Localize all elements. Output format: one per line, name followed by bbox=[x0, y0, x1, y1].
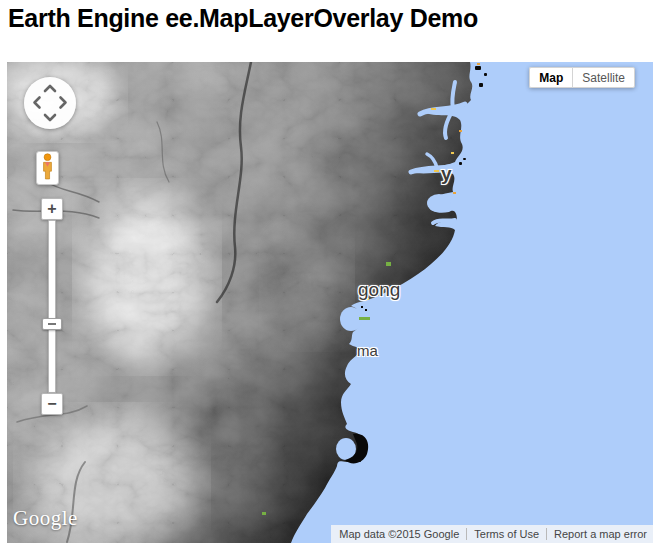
attribution-divider bbox=[466, 528, 467, 540]
attribution-divider bbox=[546, 528, 547, 540]
elevation-overlay-image bbox=[7, 62, 653, 543]
map-canvas[interactable]: y gong ma bbox=[7, 62, 653, 543]
chevron-down-icon[interactable] bbox=[43, 113, 57, 122]
google-logo[interactable]: Google bbox=[13, 506, 78, 531]
zoom-slider-handle[interactable] bbox=[42, 318, 62, 330]
chevron-right-icon[interactable] bbox=[59, 96, 68, 110]
chevron-left-icon[interactable] bbox=[33, 96, 42, 110]
zoom-slider-track[interactable] bbox=[48, 220, 56, 393]
zoom-out-button[interactable]: − bbox=[41, 393, 63, 415]
attribution-bar: Map data ©2015 Google Terms of Use Repor… bbox=[331, 525, 653, 543]
pegman-button[interactable] bbox=[36, 151, 59, 185]
map-type-control: Map Satellite bbox=[529, 67, 635, 88]
zoom-in-button[interactable]: + bbox=[41, 198, 63, 220]
page: Earth Engine ee.MapLayerOverlay Demo bbox=[0, 0, 653, 543]
map-data-copyright: Map data ©2015 Google bbox=[339, 528, 459, 540]
pegman-icon bbox=[40, 153, 55, 183]
map-type-satellite-button[interactable]: Satellite bbox=[572, 67, 635, 88]
chevron-up-icon[interactable] bbox=[43, 84, 57, 93]
map-type-map-button[interactable]: Map bbox=[529, 67, 572, 88]
report-map-error-link[interactable]: Report a map error bbox=[554, 528, 647, 540]
terms-of-use-link[interactable]: Terms of Use bbox=[474, 528, 539, 540]
page-title: Earth Engine ee.MapLayerOverlay Demo bbox=[8, 4, 478, 33]
pan-control[interactable] bbox=[24, 77, 76, 129]
